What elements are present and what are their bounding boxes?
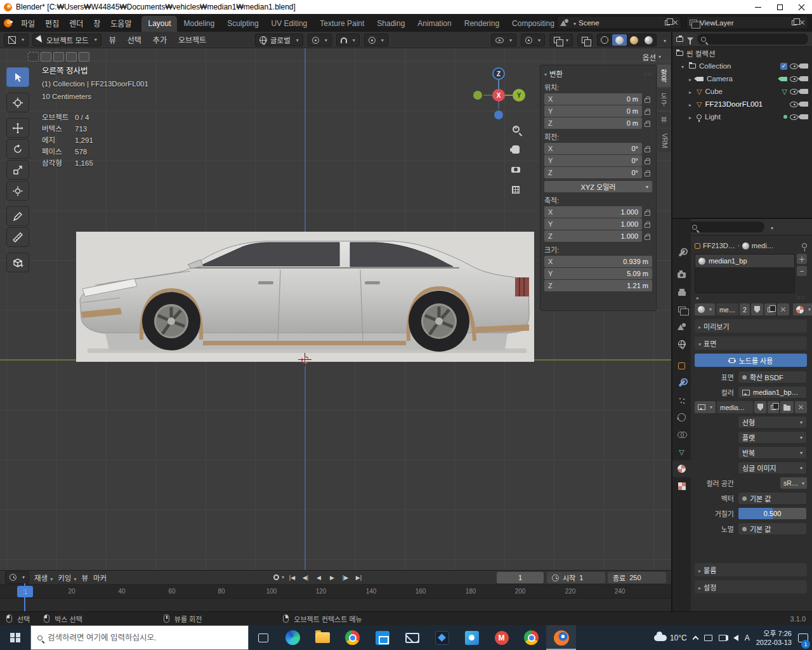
timeline-editor-type-button[interactable] <box>5 571 29 584</box>
dimensions-x-field[interactable]: X0.939 m <box>544 256 652 267</box>
workspace-tab-modeling[interactable]: Modeling <box>177 16 221 32</box>
shading-options-dropdown[interactable] <box>661 36 666 44</box>
minimize-button[interactable] <box>747 0 769 14</box>
section-volume[interactable]: 볼륨 <box>695 563 807 576</box>
material-name-field[interactable]: me… <box>716 303 738 315</box>
render-toggle-camera-icon[interactable] <box>801 114 808 119</box>
taskbar-search-input[interactable] <box>48 633 242 642</box>
collection-slot-button-2[interactable] <box>41 52 51 62</box>
unlink-image-button[interactable] <box>795 401 807 413</box>
mode-selector[interactable]: 오브젝트 모드 <box>32 34 102 46</box>
surface-shader-dropdown[interactable]: 확산 BSDF <box>738 371 807 383</box>
tool-rotate[interactable] <box>6 139 29 159</box>
fake-user-button[interactable] <box>751 303 763 315</box>
weather-widget[interactable]: 10°C <box>654 633 687 642</box>
slot-specials-button[interactable] <box>697 295 702 301</box>
menu-keying[interactable]: 키잉 <box>58 573 76 583</box>
collection-slot-button-3[interactable] <box>53 52 64 62</box>
slot-remove-button[interactable]: − <box>797 266 807 276</box>
menu-view[interactable]: 뷰 <box>105 33 120 46</box>
viewlayer-selector[interactable]: ViewLayer <box>686 16 808 29</box>
rotation-x-field[interactable]: X0° <box>544 143 642 154</box>
new-scene-icon[interactable] <box>665 20 670 25</box>
speaker-icon[interactable] <box>733 635 738 641</box>
menu-render[interactable]: 렌더 <box>64 16 88 30</box>
delete-viewlayer-icon[interactable] <box>799 20 805 25</box>
start-frame-field[interactable]: 시작 1 <box>547 572 605 583</box>
scale-z-field[interactable]: Z1.000 <box>544 230 642 242</box>
snap-toggle[interactable] <box>336 34 360 46</box>
rotation-mode-dropdown[interactable]: XYZ 오일러 <box>544 181 652 192</box>
outliner-row-scene-collection[interactable]: 씬 컬렉션 <box>672 47 812 60</box>
play-reverse-button[interactable]: ◀ <box>313 572 325 583</box>
timeline-ruler[interactable]: 20 40 60 80 100 120 140 160 180 200 220 … <box>0 585 671 599</box>
material-slot-active[interactable]: median1_bp <box>695 255 794 267</box>
section-preview[interactable]: 미리보기 <box>695 319 807 333</box>
expand-icon[interactable] <box>681 62 686 70</box>
menu-marker[interactable]: 마커 <box>93 573 107 583</box>
render-toggle-camera-icon[interactable] <box>801 102 808 107</box>
hide-toggle-eye-icon[interactable] <box>790 76 798 82</box>
panel-grip-icon[interactable]: :::: <box>644 71 652 77</box>
taskbar-app-photos[interactable] <box>457 625 487 650</box>
render-toggle-camera-icon[interactable] <box>801 76 808 81</box>
workspace-tab-animation[interactable]: Animation <box>411 16 457 32</box>
vector-dropdown[interactable]: 기본 값 <box>738 492 807 505</box>
lock-scale-x[interactable] <box>642 209 652 216</box>
location-y-field[interactable]: Y0 m <box>544 105 642 117</box>
hide-toggle-eye-icon[interactable] <box>790 89 798 95</box>
section-surface[interactable]: 표면 <box>695 336 807 350</box>
lock-location-z[interactable] <box>642 120 652 127</box>
rotation-z-field[interactable]: Z0° <box>544 167 642 178</box>
outliner-row-collection[interactable]: Collection <box>672 60 812 72</box>
taskbar-app-star[interactable] <box>427 625 457 650</box>
tab-render[interactable] <box>672 267 691 284</box>
scene-selector[interactable]: Scene <box>557 16 681 29</box>
tool-move[interactable] <box>6 118 29 138</box>
play-button[interactable]: ▶ <box>326 572 338 583</box>
xray-toggle[interactable] <box>577 34 593 46</box>
jump-to-end-button[interactable]: ▶| <box>353 572 365 583</box>
outliner-display-mode-dropdown[interactable] <box>676 37 683 42</box>
overlays-dropdown[interactable] <box>549 34 573 46</box>
workspace-tab-shading[interactable]: Shading <box>370 16 411 32</box>
tab-scene[interactable] <box>672 318 691 335</box>
navigation-gizmo[interactable]: Z X Y <box>471 66 527 123</box>
image-name-field[interactable]: media… <box>717 401 753 413</box>
gizmos-dropdown[interactable] <box>521 34 545 46</box>
maximize-button[interactable] <box>769 0 790 14</box>
new-viewlayer-icon[interactable] <box>792 20 797 25</box>
tab-output[interactable] <box>672 284 691 301</box>
workspace-tab-sculpting[interactable]: Sculpting <box>221 16 265 32</box>
lock-scale-y[interactable] <box>642 221 652 228</box>
display-tray-icon[interactable] <box>704 635 712 641</box>
scale-y-field[interactable]: Y1.000 <box>544 218 642 230</box>
gizmo-axis-y-negative[interactable] <box>473 91 482 100</box>
interpolation-dropdown[interactable]: 선형 <box>738 416 807 428</box>
tool-transform[interactable] <box>6 181 29 201</box>
jump-to-start-button[interactable]: |◀ <box>286 572 298 583</box>
menu-window[interactable]: 창 <box>88 16 105 30</box>
new-material-button[interactable] <box>764 303 776 315</box>
normal-dropdown[interactable]: 기본 값 <box>738 522 807 535</box>
collection-slot-button-1[interactable] <box>28 52 39 62</box>
collection-slot-button-5[interactable] <box>79 52 89 62</box>
pivot-point-selector[interactable] <box>308 34 332 46</box>
hide-toggle-eye-icon[interactable] <box>790 114 798 120</box>
dimensions-z-field[interactable]: Z1.21 m <box>544 280 652 291</box>
outliner-row-ff213doorfl001[interactable]: FF213DoorFL001 <box>672 98 812 110</box>
colorspace-dropdown[interactable]: sR… <box>780 477 807 489</box>
tool-cursor[interactable] <box>6 93 29 112</box>
gizmo-axis-z[interactable]: Z <box>492 67 505 80</box>
rotation-y-field[interactable]: Y0° <box>544 155 642 166</box>
options-dropdown[interactable]: 옵션 <box>639 51 665 62</box>
shading-wireframe-button[interactable] <box>598 34 612 46</box>
menu-file[interactable]: 파일 <box>16 16 40 30</box>
tool-add-cube[interactable] <box>6 253 29 272</box>
use-nodes-button[interactable]: 노드를 사용 <box>695 354 807 367</box>
material-slot-list[interactable]: median1_bp <box>695 254 795 293</box>
list-grip-icon[interactable]: :::: <box>797 295 805 300</box>
roughness-slider[interactable]: 0.500 <box>738 507 807 520</box>
properties-filter-dropdown[interactable] <box>768 223 773 232</box>
slot-add-button[interactable]: ＋ <box>797 254 807 264</box>
